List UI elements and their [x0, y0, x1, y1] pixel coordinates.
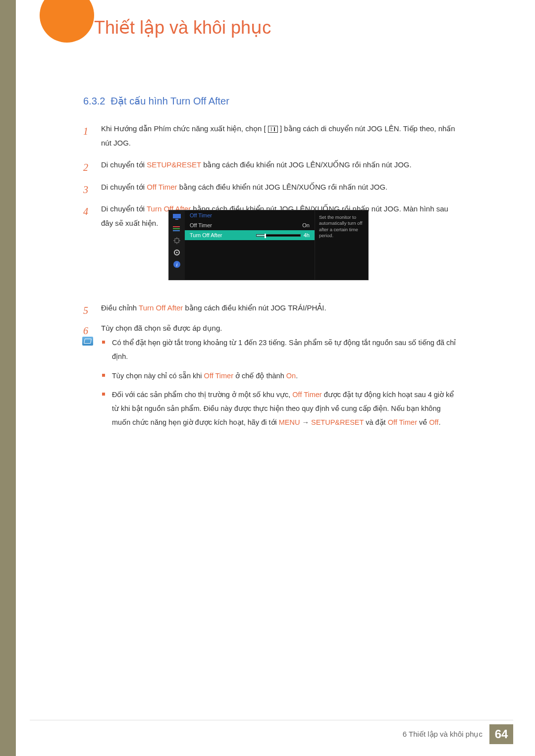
note-item: Tùy chọn này chỉ có sẵn khi Off Timer ở …	[112, 369, 460, 383]
step-item: 2 Di chuyển tới SETUP&RESET bằng cách đi…	[83, 158, 460, 172]
menu-grid-icon	[268, 126, 278, 133]
footer: 6 Thiết lập và khôi phục 64	[403, 724, 513, 744]
list-icon	[172, 225, 181, 232]
note-icon	[82, 337, 93, 346]
note-item: Đối với các sản phẩm cho thị trường ở mộ…	[112, 388, 460, 430]
footer-text: 6 Thiết lập và khôi phục	[403, 730, 482, 739]
section-number: 6.3.2	[83, 96, 105, 106]
osd-item-value: On	[302, 222, 310, 228]
page-title: Thiết lập và khôi phục	[94, 17, 271, 38]
section-title: Đặt cấu hình Turn Off After	[111, 96, 229, 106]
step-text: Khi Hướng dẫn Phím chức năng xuất hiện, …	[101, 124, 266, 133]
osd-sidebar-icons: i	[169, 210, 185, 280]
resize-icon	[172, 237, 181, 244]
svg-text:i: i	[176, 261, 177, 267]
chapter-badge	[40, 0, 94, 43]
page-number: 64	[489, 724, 513, 744]
steps-list-b: 5 Điều chỉnh Turn Off After bằng cách đi…	[83, 295, 460, 335]
svg-rect-2	[173, 226, 180, 227]
step-item: 1 Khi Hướng dẫn Phím chức năng xuất hiện…	[83, 122, 460, 150]
osd-item-value: 4h	[304, 232, 310, 238]
svg-rect-5	[175, 239, 179, 243]
step-number: 3	[83, 180, 88, 199]
osd-slider	[256, 234, 301, 237]
step-text: Di chuyển tới	[101, 160, 147, 169]
svg-rect-3	[173, 228, 180, 229]
osd-menu: Off Timer Off TimerOn Turn Off After4h	[185, 210, 315, 280]
left-sidebar	[0, 0, 16, 756]
menu-path: Off Timer	[147, 183, 177, 191]
step-item: 5 Điều chỉnh Turn Off After bằng cách đi…	[83, 301, 460, 315]
step-number: 5	[83, 301, 88, 320]
svg-rect-4	[173, 230, 180, 231]
osd-help-text: Set the monitor to automatically turn of…	[315, 210, 368, 280]
step-text: Di chuyển tới	[101, 204, 147, 213]
step-text: bằng cách điều khiển nút JOG TRÁI/PHẢI.	[183, 303, 326, 312]
osd-item-label: Turn Off After	[190, 232, 222, 238]
section-heading: 6.3.2 Đặt cấu hình Turn Off After	[83, 95, 229, 107]
step-text: Điều chỉnh	[101, 303, 139, 312]
svg-rect-0	[173, 214, 181, 218]
step-number: 1	[83, 122, 88, 141]
svg-point-7	[176, 252, 178, 253]
step-item: 3 Di chuyển tới Off Timer bằng cách điều…	[83, 180, 460, 195]
footer-rule	[30, 720, 513, 720]
step-number: 4	[83, 202, 88, 221]
info-icon: i	[172, 261, 181, 268]
note-block: Có thể đặt hẹn giờ tắt trong khoảng từ 1…	[83, 336, 460, 435]
step-text: Tùy chọn đã chọn sẽ được áp dụng.	[101, 324, 222, 332]
monitor-icon	[172, 213, 181, 220]
menu-path: Turn Off After	[139, 303, 183, 312]
step-item: 6 Tùy chọn đã chọn sẽ được áp dụng.	[83, 321, 460, 336]
step-text: Di chuyển tới	[101, 183, 147, 191]
menu-path: SETUP&RESET	[147, 160, 201, 169]
note-item: Có thể đặt hẹn giờ tắt trong khoảng từ 1…	[112, 336, 460, 364]
step-text: bằng cách điều khiển nút JOG LÊN/XUỐNG r…	[201, 160, 412, 169]
step-text: bằng cách điều khiển nút JOG LÊN/XUỐNG r…	[177, 183, 388, 191]
svg-rect-1	[175, 219, 178, 220]
gear-icon	[172, 249, 181, 256]
osd-screenshot: i Off Timer Off TimerOn Turn Off After4h…	[168, 210, 369, 280]
step-number: 2	[83, 158, 88, 177]
osd-item-label: Off Timer	[190, 222, 212, 228]
osd-heading: Off Timer	[190, 212, 212, 218]
